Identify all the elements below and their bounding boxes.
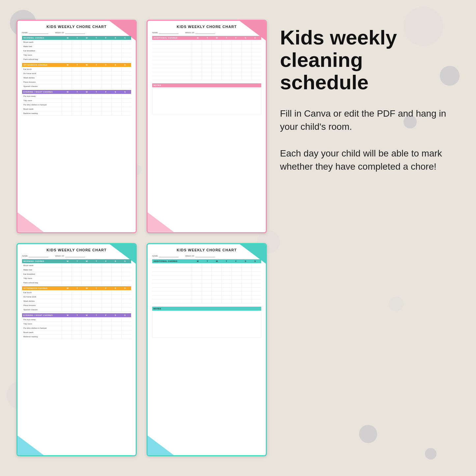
evening-header-teal: EVENING / NIGHT CHORES MTWTFSS	[22, 313, 131, 317]
week-label-2: WEEK OF	[185, 32, 194, 34]
chart-title-3: KIDS WEEKLY CHORE CHART	[22, 248, 131, 252]
charts-grid: KIDS WEEKLY CHORE CHART NAME WEEK OF MOR…	[16, 20, 267, 456]
additional-header-teal: ADDITIONAL CHORES MTWTFSS	[152, 259, 261, 263]
chart-title-1: KIDS WEEKLY CHORE CHART	[22, 25, 131, 29]
pink-full-chart: KIDS WEEKLY CHORE CHART NAME WEEK OF MOR…	[16, 20, 137, 233]
evening-header: EVENING / NIGHT CHORES MTWTFSS	[22, 90, 131, 94]
week-label: WEEK OF	[55, 32, 64, 34]
teal-full-chart: KIDS WEEKLY CHORE CHART NAME WEEK OF MOR…	[16, 243, 137, 457]
teal-additional-chart: KIDS WEEKLY CHORE CHART NAME WEEK OF ADD…	[147, 243, 267, 457]
chart-title-2: KIDS WEEKLY CHORE CHART	[152, 25, 261, 29]
name-label-2: NAME	[152, 32, 158, 34]
chart-title-4: KIDS WEEKLY CHORE CHART	[152, 248, 261, 252]
morning-header-teal: MORNING CHORES MTWTFSS	[22, 259, 131, 263]
afternoon-header: AFTERNOON CHORES MTWTFSS	[22, 63, 131, 67]
morning-header: MORNING CHORES MTWTFSS	[22, 36, 131, 40]
notes-header-pink: NOTES	[152, 83, 261, 87]
pink-additional-chart: KIDS WEEKLY CHORE CHART NAME WEEK OF ADD…	[147, 20, 267, 233]
description-2: Each day your child will be able to mark…	[280, 147, 460, 174]
description-1: Fill in Canva or edit the PDF and hang i…	[280, 107, 460, 134]
notes-header-teal: NOTES	[152, 307, 261, 311]
week-label-3: WEEK OF	[55, 255, 64, 257]
week-label-4: WEEK OF	[185, 255, 194, 257]
afternoon-header-teal: AFTERNOON CHORES MTWTFSS	[22, 286, 131, 290]
name-label-4: NAME	[152, 255, 158, 257]
name-label: NAME	[22, 32, 28, 34]
additional-header-pink: ADDITIONAL CHORES MTWTFSS	[152, 36, 261, 40]
right-panel: Kids weekly cleaning schedule Fill in Ca…	[280, 20, 460, 456]
name-label-3: NAME	[22, 255, 28, 257]
